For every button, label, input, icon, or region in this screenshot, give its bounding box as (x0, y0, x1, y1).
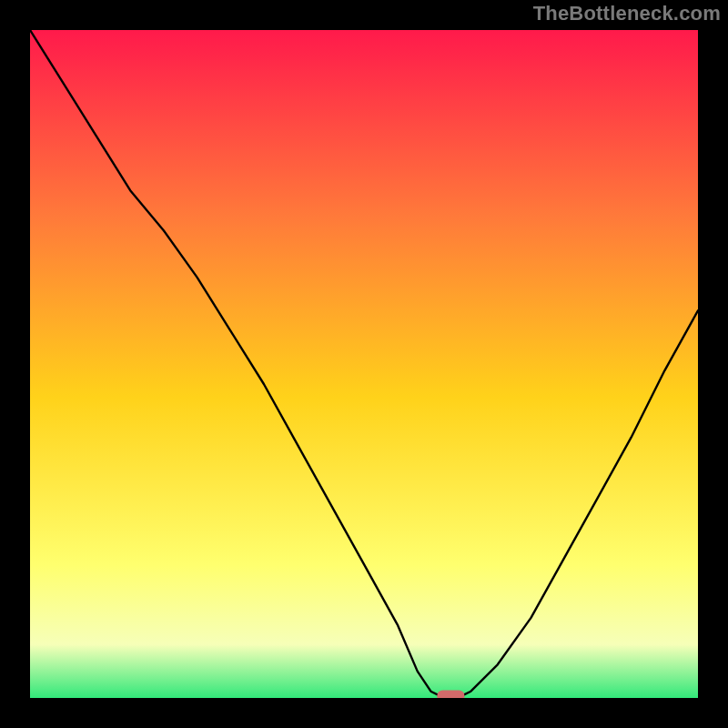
plot-area (30, 30, 698, 698)
plot-svg (30, 30, 698, 698)
optimum-marker (437, 691, 464, 699)
chart-frame: TheBottleneck.com (0, 0, 728, 728)
watermark-text: TheBottleneck.com (533, 2, 721, 25)
gradient-background (30, 30, 698, 698)
